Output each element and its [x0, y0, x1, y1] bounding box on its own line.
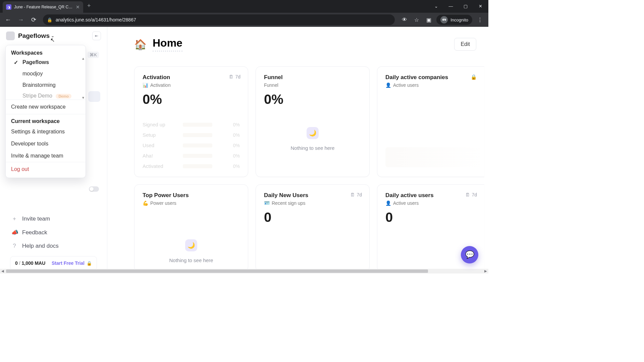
mau-widget: 0 / 1,000 MAU Start Free Trial 🔒 — [10, 256, 97, 270]
scroll-down-icon[interactable]: ▼ — [82, 96, 85, 100]
star-icon[interactable]: ☆ — [411, 14, 422, 25]
scroll-right-icon[interactable]: ▶ — [484, 269, 487, 273]
workspace-list[interactable]: ▲ Pageflows moodjoy Brainstorming Stripe… — [6, 57, 86, 100]
empty-text: Nothing to see here — [291, 145, 335, 151]
main-content: 🏠 Home Edit Activation 🗓 7d 📊 Activation… — [107, 27, 488, 274]
card-period: 🗓 7d — [229, 74, 240, 79]
edit-button[interactable]: Edit — [454, 38, 476, 51]
moon-icon: 🌙 — [185, 239, 197, 251]
incognito-icon: 🕶 — [440, 16, 448, 23]
card-value: 0% — [143, 92, 240, 107]
card-period: 🗓 7d — [350, 192, 362, 197]
workspace-switcher[interactable]: Pageflows ⌄ — [18, 32, 54, 40]
workspace-dropdown: Workspaces ▲ Pageflows moodjoy Brainstor… — [5, 45, 86, 178]
lock-icon: 🔒 — [87, 261, 92, 266]
browser-tab[interactable]: ◑ June - Feature Release_QR Code ✕ — [3, 1, 83, 13]
locked-content-overlay — [385, 147, 484, 167]
workspace-avatar — [6, 32, 15, 40]
card-daily-companies[interactable]: Daily active companies 🔒 👤 Active users — [377, 66, 484, 177]
mau-unit: MAU — [35, 260, 45, 266]
start-trial-button[interactable]: Start Free Trial 🔒 — [52, 260, 92, 266]
help-button[interactable]: ? Help and docs — [6, 239, 101, 253]
incognito-chip[interactable]: 🕶 Incognito — [436, 15, 472, 25]
calendar-icon: 🗓 — [465, 192, 470, 197]
reload-button[interactable]: ⟳ — [28, 14, 39, 25]
sidebar-toggle[interactable] — [89, 186, 99, 192]
card-activation[interactable]: Activation 🗓 7d 📊 Activation 0% Signed u… — [134, 66, 248, 177]
id-icon: 🪪 — [264, 200, 270, 206]
tabs-dropdown-icon[interactable]: ⌄ — [429, 1, 443, 11]
menu-icon[interactable]: ⋮ — [474, 14, 486, 25]
close-tab-icon[interactable]: ✕ — [76, 4, 80, 10]
card-power-users[interactable]: Top Power Users 💪 Power users 🌙 Nothing … — [134, 184, 248, 272]
workspace-item-brainstorming[interactable]: Brainstorming — [6, 79, 86, 91]
activation-row: Setup0% — [143, 132, 240, 138]
workspace-item-label: moodjoy — [22, 71, 43, 76]
card-title: Daily active companies — [385, 74, 476, 81]
card-funnel[interactable]: Funnel Funnel 0% 🌙 Nothing to see here — [256, 66, 370, 177]
activation-row: Used0% — [143, 142, 240, 148]
settings-link[interactable]: Settings & integrations — [6, 126, 86, 138]
favicon: ◑ — [6, 4, 11, 10]
moon-icon: 🌙 — [307, 127, 319, 139]
scrollbar-thumb[interactable] — [6, 269, 428, 273]
logout-button[interactable]: Log out — [6, 162, 86, 176]
card-daily-new[interactable]: Daily New Users 🗓 7d 🪪 Recent sign ups 0 — [256, 184, 370, 272]
back-button[interactable]: ← — [3, 14, 13, 25]
new-tab-button[interactable]: + — [83, 2, 95, 9]
bust-icon: 👤 — [385, 200, 391, 206]
page-title[interactable]: Home — [153, 37, 182, 52]
window-controls: ⌄ — ▢ ✕ — [429, 1, 488, 11]
home-icon: 🏠 — [134, 39, 147, 50]
create-workspace-button[interactable]: Create new workspace — [6, 100, 86, 114]
card-title: Daily active users — [385, 192, 476, 199]
mau-current: 0 — [15, 260, 18, 266]
address-bar[interactable]: 🔒 analytics.june.so/a/14631/home/28867 — [43, 14, 395, 25]
feedback-button[interactable]: 📣 Feedback — [6, 226, 101, 239]
forward-button[interactable]: → — [15, 14, 26, 25]
card-title: Funnel — [264, 74, 361, 81]
workspace-item-moodjoy[interactable]: moodjoy — [6, 68, 86, 79]
card-subtitle-text: Active users — [393, 200, 419, 206]
horizontal-scrollbar[interactable]: ◀ ▶ — [0, 269, 488, 274]
card-title: Daily New Users — [264, 192, 361, 199]
close-window-icon[interactable]: ✕ — [474, 1, 487, 11]
dropdown-section-current: Current workspace — [6, 114, 86, 126]
calendar-icon: 🗓 — [350, 192, 355, 197]
invite-team-link[interactable]: Invite & manage team — [6, 150, 86, 162]
card-subtitle-text: Recent sign ups — [272, 200, 305, 206]
workspace-item-label: Brainstorming — [22, 82, 56, 88]
sidebar-nav-active-bg — [88, 91, 100, 102]
invite-team-label: Invite team — [22, 216, 50, 222]
card-subtitle: 📊 Activation — [143, 82, 240, 88]
chat-fab[interactable]: 💬 — [461, 246, 478, 263]
workspace-item-label: Stripe Demo — [22, 93, 52, 99]
card-subtitle-text: Power users — [150, 200, 176, 206]
card-subtitle: 👤 Active users — [385, 200, 476, 206]
sidebar: Pageflows ⌄ ⇤ ⌘K Workspaces ▲ Pageflows … — [0, 27, 107, 274]
developer-tools-link[interactable]: Developer tools — [6, 138, 86, 150]
browser-tab-strip: ◑ June - Feature Release_QR Code ✕ + ⌄ —… — [0, 0, 488, 13]
help-icon: ? — [11, 243, 17, 249]
maximize-icon[interactable]: ▢ — [459, 1, 472, 11]
flex-icon: 💪 — [143, 200, 148, 206]
scroll-left-icon[interactable]: ◀ — [1, 269, 4, 273]
collapse-sidebar-button[interactable]: ⇤ — [92, 32, 101, 40]
lock-icon: 🔒 — [47, 17, 52, 22]
card-title: Top Power Users — [143, 192, 240, 199]
card-subtitle-text: Funnel — [264, 82, 278, 88]
megaphone-icon: 📣 — [11, 229, 17, 236]
activation-row: Aha!0% — [143, 153, 240, 159]
eye-off-icon[interactable]: 👁 — [399, 14, 410, 25]
demo-badge: Demo — [56, 94, 71, 99]
panel-icon[interactable]: ▣ — [423, 14, 434, 25]
lock-icon: 🔒 — [471, 74, 477, 80]
card-subtitle: 🪪 Recent sign ups — [264, 200, 361, 206]
bar-chart-icon: 📊 — [143, 82, 148, 88]
minimize-icon[interactable]: — — [444, 1, 458, 11]
workspace-item-stripe-demo[interactable]: Stripe Demo Demo — [6, 91, 86, 99]
workspace-item-pageflows[interactable]: Pageflows — [6, 57, 86, 68]
invite-team-button[interactable]: + Invite team — [6, 212, 101, 226]
search-shortcut: ⌘K — [88, 52, 99, 58]
empty-state: 🌙 Nothing to see here — [143, 239, 240, 263]
